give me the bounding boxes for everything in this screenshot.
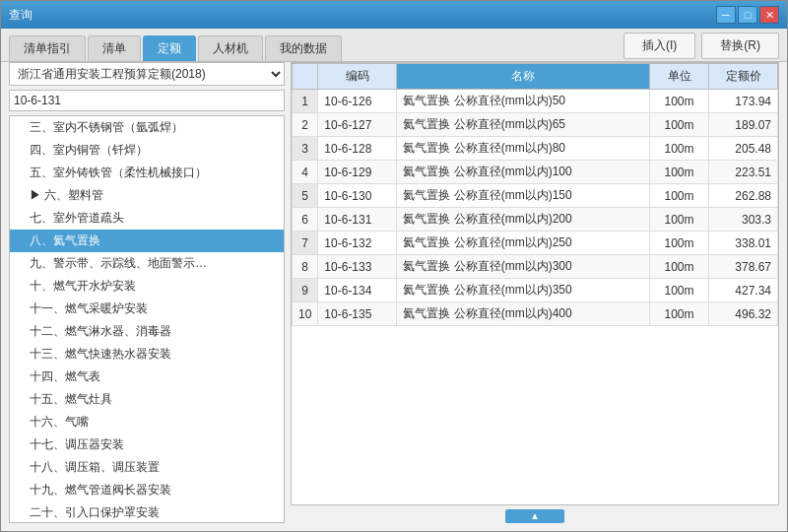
row-code: 10-6-132 — [318, 232, 397, 255]
row-number: 5 — [293, 184, 318, 208]
tab-qingdan[interactable]: 清单 — [88, 35, 141, 61]
tab-wodeshuju[interactable]: 我的数据 — [265, 35, 342, 61]
main-content: 浙江省通用安装工程预算定额(2018) 三、室内不锈钢管（氩弧焊） 四、室内铜管… — [1, 62, 787, 531]
row-name: 氦气置换 公称直径(mm以内)200 — [397, 208, 650, 232]
row-number: 3 — [293, 137, 318, 161]
row-name: 氦气置换 公称直径(mm以内)350 — [397, 279, 650, 302]
row-name: 氦气置换 公称直径(mm以内)400 — [397, 302, 650, 326]
row-unit: 100m — [650, 208, 709, 232]
tree-item[interactable]: 四、室内铜管（钎焊） — [10, 139, 284, 162]
row-price: 427.34 — [709, 279, 778, 302]
right-panel: 编码 名称 单位 定额价 1 10-6-126 氦气置换 公称直径(mm以内)5… — [291, 62, 779, 523]
row-code: 10-6-131 — [318, 208, 397, 232]
row-name: 氦气置换 公称直径(mm以内)250 — [397, 232, 650, 255]
tree-item[interactable]: 十五、燃气灶具 — [10, 388, 284, 411]
tab-bar: 清单指引 清单 定额 人材机 我的数据 插入(I) 替换(R) — [1, 29, 787, 62]
col-header-name: 名称 — [397, 64, 650, 90]
tree-item[interactable]: 十八、调压箱、调压装置 — [10, 456, 284, 479]
row-number: 8 — [293, 255, 318, 279]
tree-container: 三、室内不锈钢管（氩弧焊） 四、室内铜管（钎焊） 五、室外铸铁管（柔性机械接口）… — [9, 115, 285, 523]
row-code: 10-6-127 — [318, 113, 397, 137]
maximize-button[interactable]: □ — [738, 6, 757, 24]
row-price: 173.94 — [709, 90, 778, 113]
row-number: 2 — [293, 113, 318, 137]
search-input[interactable] — [9, 90, 285, 111]
row-unit: 100m — [650, 137, 709, 161]
row-unit: 100m — [650, 184, 709, 208]
tab-qingdan-zhiyin[interactable]: 清单指引 — [9, 35, 86, 61]
row-code: 10-6-133 — [318, 255, 397, 279]
row-number: 10 — [293, 302, 318, 326]
bottom-bar: ▲ — [291, 505, 779, 523]
tree-item[interactable]: 十、燃气开水炉安装 — [10, 275, 284, 298]
table-row[interactable]: 2 10-6-127 氦气置换 公称直径(mm以内)65 100m 189.07 — [293, 113, 778, 137]
row-unit: 100m — [650, 255, 709, 279]
main-window: 查询 ─ □ ✕ 清单指引 清单 定额 人材机 我的数据 插入(I) 替换(R)… — [0, 0, 788, 532]
left-panel: 浙江省通用安装工程预算定额(2018) 三、室内不锈钢管（氩弧焊） 四、室内铜管… — [9, 62, 285, 523]
col-header-code: 编码 — [318, 64, 397, 90]
row-price: 496.32 — [709, 302, 778, 326]
tree-item[interactable]: 十七、调压器安装 — [10, 433, 284, 456]
table-row[interactable]: 6 10-6-131 氦气置换 公称直径(mm以内)200 100m 303.3 — [293, 208, 778, 232]
tree-item[interactable]: 七、室外管道疏头 — [10, 207, 284, 230]
row-name: 氦气置换 公称直径(mm以内)300 — [397, 255, 650, 279]
row-code: 10-6-130 — [318, 184, 397, 208]
chevron-down-icon: ▲ — [530, 510, 540, 521]
table-row[interactable]: 1 10-6-126 氦气置换 公称直径(mm以内)50 100m 173.94 — [293, 90, 778, 113]
table-row[interactable]: 8 10-6-133 氦气置换 公称直径(mm以内)300 100m 378.6… — [293, 255, 778, 279]
window-controls: ─ □ ✕ — [716, 6, 779, 24]
row-name: 氦气置换 公称直径(mm以内)100 — [397, 161, 650, 184]
row-code: 10-6-126 — [318, 90, 397, 113]
row-number: 7 — [293, 232, 318, 255]
tree-item[interactable]: 九、警示带、示踪线、地面警示… — [10, 252, 284, 275]
tree-item[interactable]: 十一、燃气采暖炉安装 — [10, 298, 284, 320]
tree-item[interactable]: 十六、气嘴 — [10, 411, 284, 433]
row-price: 205.48 — [709, 137, 778, 161]
tab-rencaiji[interactable]: 人材机 — [198, 35, 263, 61]
tree-item[interactable]: 十二、燃气淋水器、消毒器 — [10, 320, 284, 343]
row-number: 4 — [293, 161, 318, 184]
row-name: 氦气置换 公称直径(mm以内)150 — [397, 184, 650, 208]
row-unit: 100m — [650, 232, 709, 255]
tree-item[interactable]: ▶ 六、塑料管 — [10, 184, 284, 207]
table-row[interactable]: 5 10-6-130 氦气置换 公称直径(mm以内)150 100m 262.8… — [293, 184, 778, 208]
col-header-price: 定额价 — [709, 64, 778, 90]
row-unit: 100m — [650, 279, 709, 302]
titlebar: 查询 ─ □ ✕ — [1, 1, 787, 29]
data-table: 编码 名称 单位 定额价 1 10-6-126 氦气置换 公称直径(mm以内)5… — [292, 63, 778, 326]
table-row[interactable]: 10 10-6-135 氦气置换 公称直径(mm以内)400 100m 496.… — [293, 302, 778, 326]
tab-dinge[interactable]: 定额 — [143, 35, 196, 61]
row-unit: 100m — [650, 90, 709, 113]
row-price: 303.3 — [709, 208, 778, 232]
replace-button[interactable]: 替换(R) — [701, 33, 779, 59]
row-code: 10-6-135 — [318, 302, 397, 326]
table-wrapper: 编码 名称 单位 定额价 1 10-6-126 氦气置换 公称直径(mm以内)5… — [291, 62, 779, 505]
tree-item-selected[interactable]: 八、氦气置换 — [10, 230, 284, 252]
tree-item[interactable]: 五、室外铸铁管（柔性机械接口） — [10, 162, 284, 184]
row-name: 氦气置换 公称直径(mm以内)50 — [397, 90, 650, 113]
row-name: 氦气置换 公称直径(mm以内)80 — [397, 137, 650, 161]
minimize-button[interactable]: ─ — [716, 6, 736, 24]
table-row[interactable]: 3 10-6-128 氦气置换 公称直径(mm以内)80 100m 205.48 — [293, 137, 778, 161]
table-row[interactable]: 7 10-6-132 氦气置换 公称直径(mm以内)250 100m 338.0… — [293, 232, 778, 255]
table-row[interactable]: 4 10-6-129 氦气置换 公称直径(mm以内)100 100m 223.5… — [293, 161, 778, 184]
tree-item[interactable]: 十四、燃气表 — [10, 366, 284, 388]
row-price: 262.88 — [709, 184, 778, 208]
row-price: 338.01 — [709, 232, 778, 255]
quota-dropdown[interactable]: 浙江省通用安装工程预算定额(2018) — [9, 62, 285, 86]
row-price: 378.67 — [709, 255, 778, 279]
col-header-rownum — [293, 64, 318, 90]
tree-item[interactable]: 十九、燃气管道阀长器安装 — [10, 479, 284, 501]
row-number: 1 — [293, 90, 318, 113]
tree-item[interactable]: 十三、燃气快速热水器安装 — [10, 343, 284, 366]
row-unit: 100m — [650, 161, 709, 184]
tree-item[interactable]: 三、室内不锈钢管（氩弧焊） — [10, 116, 284, 139]
row-code: 10-6-129 — [318, 161, 397, 184]
close-button[interactable]: ✕ — [759, 6, 779, 24]
tree-item[interactable]: 二十、引入口保护罩安装 — [10, 501, 284, 523]
row-code: 10-6-128 — [318, 137, 397, 161]
table-row[interactable]: 9 10-6-134 氦气置换 公称直径(mm以内)350 100m 427.3… — [293, 279, 778, 302]
scroll-down-button[interactable]: ▲ — [505, 509, 564, 523]
insert-button[interactable]: 插入(I) — [624, 33, 695, 59]
row-unit: 100m — [650, 302, 709, 326]
